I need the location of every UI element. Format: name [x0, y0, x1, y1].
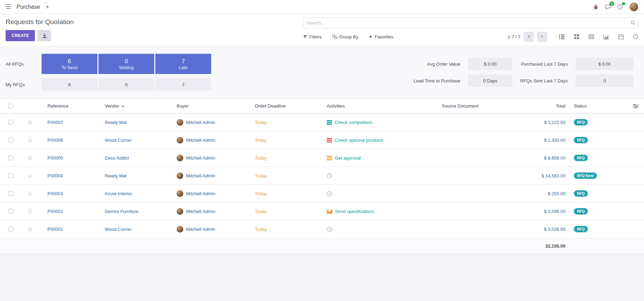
vendor-link[interactable]: Gemini Furniture	[105, 209, 139, 214]
pager-range[interactable]: 1-7 / 7	[508, 34, 520, 39]
buyer-link[interactable]: Mitchell Admin	[186, 227, 215, 232]
my-rfqs-to-send[interactable]: 6	[42, 78, 97, 91]
activity-cell[interactable]	[327, 185, 431, 202]
vendor-link[interactable]: Wood Corner	[105, 227, 132, 232]
envelope-icon[interactable]	[327, 210, 332, 214]
row-checkbox[interactable]	[8, 138, 13, 142]
pager-next-button[interactable]: ›	[537, 32, 547, 42]
vendor-link[interactable]: Azure Interior	[105, 191, 132, 196]
reference-link[interactable]: P00003	[47, 191, 63, 196]
activity-cell[interactable]	[327, 220, 431, 238]
table-row[interactable]: ☆ P00004 Ready Mat Mitchell Admin Today …	[0, 167, 644, 185]
user-avatar[interactable]	[629, 2, 638, 12]
favorite-toggle[interactable]: ☆	[22, 113, 38, 131]
tasks-icon[interactable]	[327, 120, 332, 125]
vendor-link[interactable]: Ready Mat	[105, 173, 127, 178]
my-rfqs-late[interactable]: 7	[155, 78, 211, 91]
reference-link[interactable]: P00001	[47, 227, 63, 232]
favorites-button[interactable]: ★ Favorites	[369, 34, 393, 39]
reference-link[interactable]: P00002	[47, 209, 63, 214]
activities-clock-icon[interactable]	[617, 4, 623, 10]
row-checkbox[interactable]	[8, 120, 13, 125]
table-row[interactable]: ☆ P00001 Wood Corner Mitchell Admin Toda…	[0, 220, 644, 238]
activity-cell[interactable]: Check optional products	[327, 131, 431, 149]
header-buyer[interactable]: Buyer	[177, 99, 255, 113]
vendor-link[interactable]: Wood Corner	[105, 138, 132, 143]
status-badge: RFQ	[574, 137, 588, 143]
pager-previous-button[interactable]: ‹	[524, 32, 534, 42]
buyer-link[interactable]: Mitchell Admin	[186, 138, 215, 143]
activity-summary[interactable]: Get approval	[335, 155, 361, 161]
favorite-toggle[interactable]: ☆	[22, 149, 38, 167]
view-kanban-button[interactable]	[574, 34, 579, 39]
group-by-button[interactable]: Group By	[332, 34, 358, 39]
reference-link[interactable]: P00006	[47, 138, 63, 143]
view-calendar-button[interactable]	[618, 34, 624, 39]
header-order-deadline[interactable]: Order Deadline	[255, 99, 327, 113]
table-row[interactable]: ☆ P00003 Azure Interior Mitchell Admin T…	[0, 185, 644, 203]
activity-cell[interactable]: Check competitors	[327, 113, 431, 131]
activity-summary[interactable]: Send specifications	[335, 209, 374, 214]
favorite-toggle[interactable]: ☆	[22, 167, 38, 184]
tasks-icon[interactable]	[327, 138, 332, 143]
vendor-link[interactable]: Ready Mat	[105, 120, 127, 125]
view-activity-button[interactable]	[633, 34, 638, 39]
rfq-card-waiting[interactable]: 0 Waiting	[98, 54, 154, 74]
tasks-icon[interactable]	[327, 155, 332, 161]
plus-button[interactable]: +	[46, 3, 49, 10]
header-vendor[interactable]: Vendor	[105, 99, 177, 113]
buyer-link[interactable]: Mitchell Admin	[186, 155, 215, 161]
my-rfqs-waiting[interactable]: 0	[98, 78, 154, 91]
clock-icon[interactable]	[327, 227, 332, 232]
app-name[interactable]: Purchase	[16, 4, 40, 10]
activity-summary[interactable]: Check optional products	[335, 138, 383, 143]
rfq-card-late[interactable]: 7 Late	[155, 54, 211, 74]
row-checkbox[interactable]	[8, 209, 13, 214]
header-reference[interactable]: Reference	[38, 99, 105, 113]
row-checkbox[interactable]	[8, 227, 13, 232]
debug-bug-icon[interactable]	[593, 4, 599, 10]
rfq-card-to-send[interactable]: 6 To Send	[42, 54, 97, 74]
export-button[interactable]	[38, 30, 51, 41]
messages-icon[interactable]: 5	[605, 4, 611, 10]
filters-button[interactable]: Filters	[303, 34, 321, 39]
activity-cell[interactable]	[327, 167, 431, 184]
search-icon[interactable]	[630, 20, 636, 25]
reference-link[interactable]: P00004	[47, 173, 63, 178]
view-list-button[interactable]	[559, 34, 565, 40]
vendor-link[interactable]: Deco Addict	[105, 155, 129, 161]
activity-summary[interactable]: Check competitors	[335, 120, 372, 125]
table-row[interactable]: ☆ P00002 Gemini Furniture Mitchell Admin…	[0, 203, 644, 220]
favorite-toggle[interactable]: ☆	[22, 131, 38, 149]
table-row[interactable]: ☆ P00006 Wood Corner Mitchell Admin Toda…	[0, 131, 644, 149]
header-total[interactable]: Total	[504, 99, 569, 113]
create-button[interactable]: CREATE	[6, 30, 35, 41]
activity-cell[interactable]: Get approval	[327, 149, 431, 167]
apps-menu-icon[interactable]: ☰	[6, 3, 11, 10]
header-status[interactable]: Status	[569, 99, 614, 113]
header-source-document[interactable]: Source Document	[431, 99, 504, 113]
activity-cell[interactable]: Send specifications	[327, 203, 431, 220]
favorite-toggle[interactable]: ☆	[22, 185, 38, 202]
table-row[interactable]: ☆ P00007 Ready Mat Mitchell Admin Today …	[0, 113, 644, 131]
reference-link[interactable]: P00005	[47, 155, 63, 161]
view-pivot-button[interactable]	[589, 34, 594, 39]
row-checkbox[interactable]	[8, 191, 13, 196]
buyer-link[interactable]: Mitchell Admin	[186, 120, 215, 125]
buyer-link[interactable]: Mitchell Admin	[186, 209, 215, 214]
view-graph-button[interactable]	[603, 34, 609, 40]
row-checkbox[interactable]	[8, 173, 13, 178]
buyer-link[interactable]: Mitchell Admin	[186, 191, 215, 196]
row-checkbox[interactable]	[8, 155, 13, 160]
buyer-link[interactable]: Mitchell Admin	[186, 173, 215, 178]
reference-link[interactable]: P00007	[47, 120, 63, 125]
favorite-toggle[interactable]: ☆	[22, 220, 38, 238]
header-activities[interactable]: Activities	[327, 99, 431, 113]
search-input[interactable]	[303, 17, 638, 28]
select-all-checkbox[interactable]	[8, 104, 13, 109]
table-row[interactable]: ☆ P00005 Deco Addict Mitchell Admin Toda…	[0, 149, 644, 167]
clock-icon[interactable]	[327, 173, 332, 178]
optional-columns-icon[interactable]	[633, 104, 638, 109]
favorite-toggle[interactable]: ☆	[22, 203, 38, 220]
clock-icon[interactable]	[327, 191, 332, 196]
